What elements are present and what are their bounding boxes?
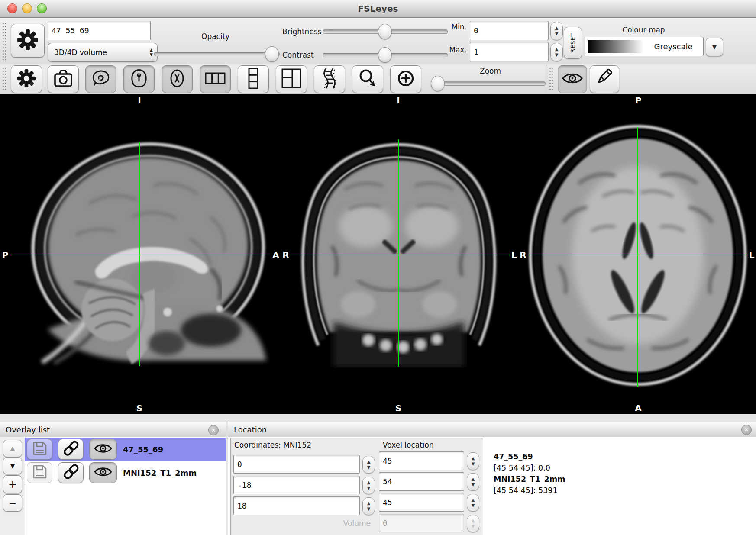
zoom-slider-track[interactable] bbox=[432, 81, 546, 86]
overlay-list-item[interactable]: MNI152_T1_2mm bbox=[25, 461, 226, 484]
overlay-name-field[interactable] bbox=[48, 21, 151, 40]
magnifier-arrow-icon bbox=[357, 68, 378, 90]
opacity-slider-thumb[interactable] bbox=[265, 46, 279, 62]
toggle-coronal-view-button[interactable] bbox=[123, 65, 155, 93]
toggle-crosshairs-button[interactable] bbox=[558, 65, 587, 93]
info-overlay-value: [45 54 45]: 0.0 bbox=[494, 462, 565, 474]
spin-up-icon[interactable]: ▲ bbox=[555, 47, 559, 52]
chevron-down-icon: ▼ bbox=[712, 44, 717, 50]
spin-down-icon[interactable]: ▼ bbox=[472, 503, 475, 508]
layout-grid-button[interactable] bbox=[276, 65, 307, 93]
remove-overlay-button[interactable]: − bbox=[3, 494, 22, 512]
world-z-spinner[interactable]: ▲▼ bbox=[362, 497, 375, 515]
voxel-x-field[interactable] bbox=[379, 451, 464, 470]
spin-up-icon[interactable]: ▲ bbox=[367, 460, 371, 464]
brightness-label: Brightness bbox=[282, 27, 322, 36]
axial-crosshair-horizontal bbox=[529, 255, 747, 255]
world-y-spinner[interactable]: ▲▼ bbox=[362, 477, 375, 494]
spin-down-icon[interactable]: ▼ bbox=[472, 462, 475, 466]
orientation-label: A bbox=[635, 403, 641, 413]
colourmap-combo[interactable]: Greyscale bbox=[585, 37, 704, 56]
voxel-x-spinner[interactable]: ▲▼ bbox=[467, 452, 479, 470]
intensity-info: 47_55_69 [45 54 45]: 0.0 MNI152_T1_2mm [… bbox=[494, 451, 565, 496]
zoom-window-button[interactable] bbox=[37, 3, 47, 13]
overlay-type-dropdown[interactable]: 3D/4D volume ▲▼ bbox=[48, 43, 158, 62]
spin-down-icon[interactable]: ▼ bbox=[555, 32, 559, 36]
reset-zoom-button[interactable] bbox=[352, 65, 383, 93]
view-settings-button[interactable] bbox=[11, 65, 42, 93]
overlay-list-title: Overlay list bbox=[6, 425, 50, 434]
opacity-label: Opacity bbox=[201, 32, 229, 41]
colourmap-value: Greyscale bbox=[643, 42, 703, 51]
toggle-overlay-visibility-button[interactable] bbox=[89, 439, 117, 460]
spin-down-icon[interactable]: ▼ bbox=[367, 486, 371, 490]
colourmap-gradient-swatch bbox=[588, 40, 643, 53]
world-y-field[interactable] bbox=[233, 476, 360, 494]
save-overlay-button[interactable] bbox=[27, 462, 52, 483]
spin-down-icon[interactable]: ▼ bbox=[472, 483, 475, 487]
ortho-canvas[interactable]: I S P A I S R L P A R L bbox=[0, 94, 756, 414]
toggle-axial-view-button[interactable] bbox=[162, 65, 193, 93]
voxel-z-spinner[interactable]: ▲▼ bbox=[467, 494, 479, 512]
floppy-disk-icon bbox=[32, 464, 47, 481]
location-title: Location bbox=[234, 425, 267, 434]
contrast-slider-thumb[interactable] bbox=[378, 47, 392, 63]
overlay-item-label: 47_55_69 bbox=[123, 445, 163, 454]
overlay-display-settings-button[interactable] bbox=[11, 24, 45, 58]
max-spinner[interactable]: ▲ ▼ bbox=[550, 43, 563, 61]
close-panel-button[interactable]: ✕ bbox=[208, 425, 219, 435]
colourmap-dropdown-button[interactable]: ▼ bbox=[706, 38, 723, 56]
voxel-y-spinner[interactable]: ▲▼ bbox=[467, 473, 479, 491]
coronal-slice-image[interactable] bbox=[292, 138, 505, 368]
move-overlay-up-button[interactable]: ▲ bbox=[3, 440, 22, 457]
spin-up-icon[interactable]: ▲ bbox=[472, 498, 475, 502]
spin-down-icon[interactable]: ▼ bbox=[555, 53, 559, 57]
layout-horizontal-button[interactable] bbox=[200, 65, 231, 93]
save-overlay-button[interactable] bbox=[27, 439, 52, 460]
voxel-z-field[interactable] bbox=[379, 493, 464, 512]
spin-up-icon[interactable]: ▲ bbox=[472, 477, 475, 481]
toolbar-drag-grip[interactable] bbox=[2, 67, 6, 92]
spin-up-icon[interactable]: ▲ bbox=[367, 480, 371, 485]
screenshot-button[interactable] bbox=[48, 65, 79, 93]
toggle-overlay-visibility-button[interactable] bbox=[89, 462, 117, 483]
coronal-brain-icon bbox=[129, 68, 149, 90]
add-overlay-button[interactable]: + bbox=[3, 475, 22, 493]
layout-vertical-button[interactable] bbox=[238, 65, 269, 93]
sagittal-slice-image[interactable] bbox=[24, 139, 271, 367]
volume-field[interactable] bbox=[379, 514, 464, 532]
zoom-slider-thumb[interactable] bbox=[431, 76, 445, 91]
sagittal-brain-icon bbox=[90, 69, 111, 90]
close-window-button[interactable] bbox=[7, 3, 17, 13]
min-field[interactable] bbox=[470, 21, 549, 40]
overlay-list-item-selected[interactable]: 47_55_69 bbox=[25, 438, 226, 461]
world-x-spinner[interactable]: ▲▼ bbox=[362, 456, 375, 474]
spin-up-icon[interactable]: ▲ bbox=[555, 26, 559, 30]
edit-mode-button[interactable] bbox=[590, 65, 619, 93]
link-overlay-button[interactable] bbox=[58, 462, 84, 483]
toggle-sagittal-view-button[interactable] bbox=[85, 65, 116, 93]
location-header: Location bbox=[228, 422, 756, 437]
spin-up-icon[interactable]: ▲ bbox=[472, 456, 475, 461]
movie-mode-button[interactable] bbox=[314, 65, 345, 93]
zoom-in-button[interactable] bbox=[390, 65, 421, 93]
voxel-location-label: Voxel location bbox=[383, 441, 434, 449]
spin-down-icon[interactable]: ▼ bbox=[367, 465, 371, 470]
world-z-field[interactable] bbox=[233, 496, 360, 515]
close-panel-button[interactable]: ✕ bbox=[741, 425, 752, 435]
toolbar-drag-grip[interactable] bbox=[2, 22, 6, 60]
brightness-slider-thumb[interactable] bbox=[378, 24, 392, 39]
move-overlay-down-button[interactable]: ▼ bbox=[3, 457, 22, 474]
minimize-window-button[interactable] bbox=[22, 3, 32, 13]
voxel-y-field[interactable] bbox=[379, 472, 464, 491]
opacity-slider-track[interactable] bbox=[154, 52, 280, 56]
reset-button[interactable]: RESET bbox=[564, 27, 582, 59]
link-overlay-button[interactable] bbox=[58, 439, 84, 460]
toolbar-drag-grip[interactable] bbox=[549, 67, 553, 92]
spin-down-icon[interactable]: ▼ bbox=[367, 507, 371, 511]
max-field[interactable] bbox=[470, 42, 549, 61]
world-x-field[interactable] bbox=[233, 455, 360, 474]
orientation-label: I bbox=[397, 95, 400, 106]
min-spinner[interactable]: ▲ ▼ bbox=[550, 22, 563, 40]
spin-up-icon[interactable]: ▲ bbox=[367, 501, 371, 506]
